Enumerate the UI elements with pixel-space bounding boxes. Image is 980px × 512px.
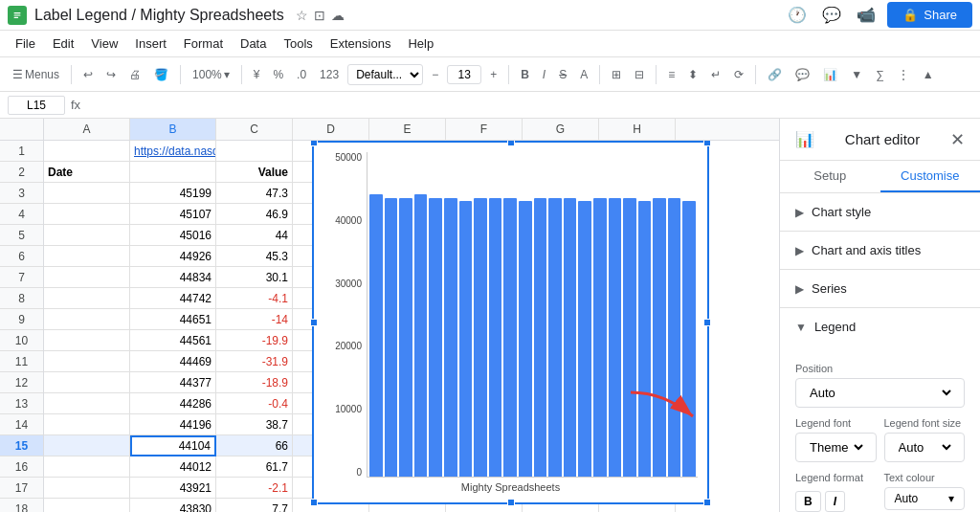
font-size-dropdown[interactable]: Auto 8 9 10 11 12 14 (884, 433, 966, 462)
col-header-a[interactable]: A (44, 119, 130, 140)
cloud-icon[interactable]: ☁ (331, 8, 345, 23)
tab-setup[interactable]: Setup (780, 161, 880, 192)
row-num-6[interactable]: 6 (0, 246, 43, 267)
wrap-button[interactable]: ↵ (706, 65, 725, 84)
cell-a7[interactable] (44, 267, 130, 288)
menu-help[interactable]: Help (400, 33, 441, 54)
cell-b10[interactable]: 44561 (130, 330, 216, 351)
menu-data[interactable]: Data (233, 33, 274, 54)
cell-b11[interactable]: 44469 (130, 351, 216, 372)
cell-a11[interactable] (44, 351, 130, 372)
strikethrough-button[interactable]: S (554, 65, 571, 84)
decimal-button[interactable]: .0 (292, 65, 311, 84)
row-num-12[interactable]: 12 (0, 372, 43, 393)
col-header-b[interactable]: B (130, 119, 216, 140)
col-header-c[interactable]: C (216, 119, 293, 140)
cell-b15[interactable]: 44104 (130, 435, 216, 456)
corner-cell[interactable] (0, 119, 44, 140)
menu-file[interactable]: File (8, 33, 43, 54)
chart-handle-bc[interactable] (507, 499, 515, 506)
comment-button[interactable]: 💬 (818, 2, 845, 28)
row-num-5[interactable]: 5 (0, 225, 43, 246)
undo-button[interactable]: ↩ (78, 65, 98, 84)
col-header-d[interactable]: D (293, 119, 369, 140)
position-dropdown[interactable]: Auto Top Bottom Left Right None (795, 378, 965, 408)
video-button[interactable]: 📹 (853, 2, 880, 28)
cell-b8[interactable]: 44742 (130, 288, 216, 309)
rotate-button[interactable]: ⟳ (729, 65, 748, 84)
col-header-h[interactable]: H (599, 119, 676, 140)
cell-b18[interactable]: 43830 (130, 499, 216, 512)
row-num-16[interactable]: 16 (0, 456, 43, 478)
chart-handle-tr[interactable] (703, 141, 711, 146)
cell-a6[interactable] (44, 246, 130, 267)
cell-c12[interactable]: -18.9 (216, 372, 293, 393)
cell-a10[interactable] (44, 330, 130, 351)
col-header-e[interactable]: E (369, 119, 446, 140)
cell-a18[interactable] (44, 499, 130, 512)
menu-extensions[interactable]: Extensions (323, 33, 399, 54)
cell-b4[interactable]: 45107 (130, 204, 216, 225)
comment-add-button[interactable]: 💬 (791, 65, 814, 84)
font-size-increase[interactable]: + (485, 65, 501, 84)
paint-format-button[interactable]: 🪣 (149, 65, 173, 84)
chart-button[interactable]: 📊 (818, 65, 842, 84)
cell-b7[interactable]: 44834 (130, 267, 216, 288)
bold-button[interactable]: B (516, 65, 534, 84)
col-header-g[interactable]: G (523, 119, 599, 140)
cell-c8[interactable]: -4.1 (216, 288, 293, 309)
font-select[interactable]: Theme defau... (806, 439, 866, 456)
history-button[interactable]: 🕐 (784, 2, 811, 28)
cell-a3[interactable] (44, 183, 130, 204)
cell-c10[interactable]: -19.9 (216, 330, 293, 351)
row-num-1[interactable]: 1 (0, 141, 43, 162)
cell-c3[interactable]: 47.3 (216, 183, 293, 204)
row-num-13[interactable]: 13 (0, 393, 43, 414)
font-size-select[interactable]: Auto 8 9 10 11 12 14 (895, 439, 955, 456)
menu-insert[interactable]: Insert (127, 33, 174, 54)
valign-button[interactable]: ⬍ (683, 65, 702, 84)
cell-c16[interactable]: 61.7 (216, 456, 293, 478)
section-axis-titles-header[interactable]: ▶ Chart and axis titles (780, 232, 980, 269)
cell-c1[interactable] (216, 141, 293, 162)
cell-a2[interactable]: Date (44, 162, 130, 183)
cell-a14[interactable] (44, 414, 130, 435)
section-legend-header[interactable]: ▼ Legend (780, 308, 980, 345)
cell-b1[interactable]: https://data.nasdaq.com/ap (130, 141, 216, 162)
menu-format[interactable]: Format (176, 33, 231, 54)
row-num-17[interactable]: 17 (0, 478, 43, 499)
cell-b6[interactable]: 44926 (130, 246, 216, 267)
tab-customise[interactable]: Customise (880, 161, 981, 192)
cell-b2[interactable] (130, 162, 216, 183)
cell-a1[interactable] (44, 141, 130, 162)
cell-c5[interactable]: 44 (216, 225, 293, 246)
merge-button[interactable]: ⊟ (630, 65, 649, 84)
cell-a4[interactable] (44, 204, 130, 225)
font-color-button[interactable]: A (575, 65, 592, 84)
row-num-15[interactable]: 15 (0, 435, 43, 456)
cell-b14[interactable]: 44196 (130, 414, 216, 435)
cell-c18[interactable]: 7.7 (216, 499, 293, 512)
chart-handle-ml[interactable] (310, 319, 318, 326)
menu-view[interactable]: View (83, 33, 125, 54)
cell-c17[interactable]: -2.1 (216, 478, 293, 499)
link-button[interactable]: 🔗 (763, 65, 787, 84)
col-header-f[interactable]: F (446, 119, 523, 140)
row-num-10[interactable]: 10 (0, 330, 43, 351)
print-button[interactable]: 🖨 (124, 65, 145, 84)
cell-c6[interactable]: 45.3 (216, 246, 293, 267)
cell-c2[interactable]: Value (216, 162, 293, 183)
filter-button[interactable]: ▼ (846, 65, 867, 84)
menu-tools[interactable]: Tools (276, 33, 320, 54)
font-size-decrease[interactable]: − (427, 65, 443, 84)
cell-b16[interactable]: 44012 (130, 456, 216, 478)
cell-b12[interactable]: 44377 (130, 372, 216, 393)
share-button[interactable]: 🔒 Text colour Share (887, 2, 972, 28)
chart-handle-tl[interactable] (310, 141, 318, 146)
chart-handle-mr[interactable] (703, 319, 711, 326)
chart-handle-bl[interactable] (310, 499, 318, 506)
menus-toggle[interactable]: ☰ Menus (8, 65, 64, 84)
star-icon[interactable]: ☆ (296, 8, 308, 23)
menu-edit[interactable]: Edit (45, 33, 81, 54)
chart-handle-br[interactable] (703, 499, 711, 506)
